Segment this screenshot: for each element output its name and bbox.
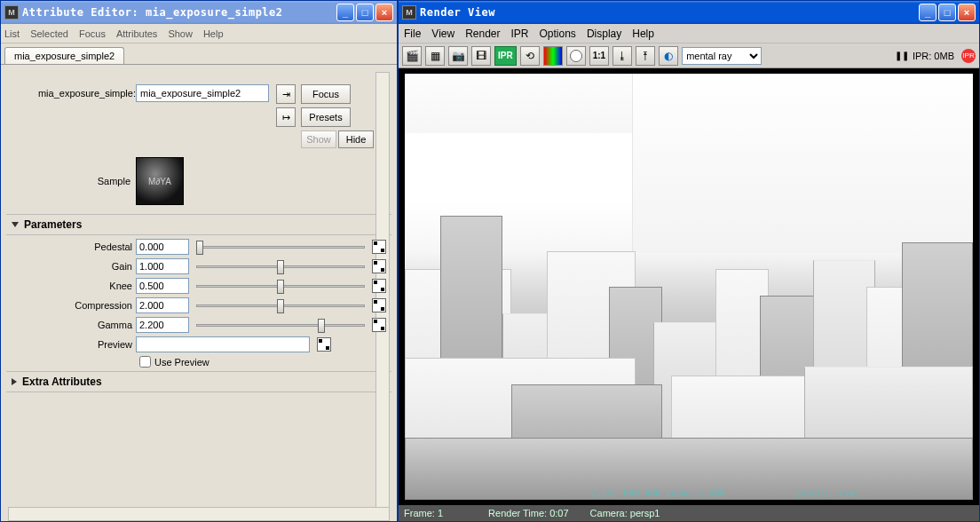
section-extra-header[interactable]: Extra Attributes: [6, 371, 391, 392]
menu-render[interactable]: Render: [465, 28, 500, 40]
status-frame: Frame: 1: [404, 508, 443, 518]
section-extra-title: Extra Attributes: [22, 376, 102, 388]
attribute-editor-menubar: List Selected Focus Attributes Show Help: [1, 24, 397, 44]
preview-map-button[interactable]: [317, 337, 331, 352]
display-alpha-icon[interactable]: [566, 46, 586, 66]
menu-options[interactable]: Options: [540, 28, 576, 40]
input-connection-icon[interactable]: ⇥: [276, 84, 296, 104]
gain-slider[interactable]: [196, 258, 365, 274]
show-button: Show: [301, 130, 336, 148]
pedestal-label: Pedestal: [12, 241, 136, 252]
attribute-form-area: mia_exposure_simple: ⇥ ↦ Focus Presets S…: [1, 65, 397, 521]
scrollbar-horizontal[interactable]: [8, 507, 390, 521]
close-button[interactable]: ×: [958, 4, 976, 21]
compression-label: Compression: [12, 300, 136, 311]
output-connection-icon[interactable]: ↦: [276, 107, 296, 127]
app-icon: M: [4, 5, 19, 20]
ipr-badge-icon: IPR: [961, 49, 976, 63]
keep-image-icon[interactable]: ⭳: [612, 46, 632, 66]
section-parameters-header[interactable]: Parameters: [6, 214, 391, 235]
node-tab[interactable]: mia_exposure_simple2: [4, 47, 124, 64]
collapse-icon: [12, 378, 17, 385]
status-camera: Camera: persp1: [590, 508, 660, 518]
compression-map-button[interactable]: [372, 298, 386, 312]
sample-label: Sample: [6, 176, 130, 186]
overlay-engine: (mental ray): [795, 488, 859, 498]
attribute-editor-titlebar[interactable]: M Attribute Editor: mia_exposure_simple2…: [1, 1, 397, 24]
preview-label: Preview: [12, 339, 136, 350]
scrollbar-vertical[interactable]: [375, 72, 390, 514]
gain-map-button[interactable]: [372, 259, 386, 273]
options-icon[interactable]: ◐: [659, 46, 678, 66]
snapshot-icon[interactable]: 📷: [448, 46, 468, 66]
menu-file[interactable]: File: [404, 28, 421, 40]
knee-label: Knee: [12, 281, 136, 291]
menu-show[interactable]: Show: [168, 28, 193, 39]
preview-input[interactable]: [136, 336, 310, 352]
pedestal-input[interactable]: [136, 239, 189, 255]
status-render-time: Render Time: 0:07: [488, 508, 569, 518]
gain-label: Gain: [12, 261, 136, 272]
node-type-label: mia_exposure_simple:: [12, 84, 136, 99]
ipr-render-icon[interactable]: 🎞: [471, 46, 491, 66]
ipr-label-icon[interactable]: IPR: [494, 46, 517, 66]
close-button[interactable]: ×: [375, 4, 393, 21]
gamma-input[interactable]: [136, 317, 189, 333]
knee-input[interactable]: [136, 278, 189, 294]
collapse-icon: [12, 222, 19, 227]
menu-attributes[interactable]: Attributes: [116, 28, 157, 39]
knee-slider[interactable]: [196, 278, 365, 294]
render-viewport[interactable]: size: 640 480 zoom: 1.000 (mental ray): [399, 68, 979, 505]
render-globals-icon[interactable]: [543, 46, 563, 66]
window-title: Attribute Editor: mia_exposure_simple2: [22, 6, 336, 19]
menu-help[interactable]: Help: [632, 28, 654, 40]
node-tab-row: mia_exposure_simple2: [1, 44, 397, 65]
minimize-button[interactable]: _: [336, 4, 354, 21]
real-size-button[interactable]: 1:1: [589, 46, 609, 66]
ipr-pause-icon[interactable]: ❚❚: [895, 51, 909, 60]
menu-selected[interactable]: Selected: [30, 28, 68, 39]
menu-view[interactable]: View: [431, 28, 454, 40]
sample-swatch[interactable]: M∂YA: [136, 157, 184, 205]
use-preview-checkbox[interactable]: [139, 356, 151, 368]
pedestal-slider[interactable]: [196, 239, 365, 255]
rendered-image: size: 640 480 zoom: 1.000 (mental ray): [405, 74, 973, 500]
menu-focus[interactable]: Focus: [79, 28, 106, 39]
menu-list[interactable]: List: [4, 28, 20, 39]
maximize-button[interactable]: □: [356, 4, 374, 21]
hide-button[interactable]: Hide: [338, 130, 374, 148]
menu-display[interactable]: Display: [587, 28, 621, 40]
presets-button[interactable]: Presets: [301, 107, 351, 127]
window-title: Render View: [420, 6, 919, 19]
gamma-slider[interactable]: [196, 317, 365, 333]
compression-slider[interactable]: [196, 297, 365, 313]
refresh-icon[interactable]: ⟲: [520, 46, 540, 66]
overlay-size: size: 640 480 zoom: 1.000: [591, 488, 725, 498]
remove-image-icon[interactable]: ⭱: [636, 46, 655, 66]
menu-ipr[interactable]: IPR: [511, 28, 529, 40]
render-view-menubar: File View Render IPR Options Display Hel…: [399, 24, 979, 44]
sample-logo-text: M∂YA: [148, 177, 171, 186]
menu-help[interactable]: Help: [203, 28, 224, 39]
render-current-frame-icon[interactable]: 🎬: [402, 46, 422, 66]
section-parameters-title: Parameters: [24, 218, 82, 231]
render-view-titlebar[interactable]: M Render View _ □ ×: [399, 1, 979, 24]
render-region-icon[interactable]: ▦: [425, 46, 445, 66]
render-status-bar: Frame: 1 . Render Time: 0:07 Camera: per…: [399, 505, 979, 521]
node-name-input[interactable]: [136, 84, 269, 102]
attribute-editor-window: M Attribute Editor: mia_exposure_simple2…: [0, 0, 398, 522]
renderer-select[interactable]: mental ray: [682, 47, 762, 65]
app-icon: M: [402, 5, 416, 20]
compression-input[interactable]: [136, 297, 189, 313]
use-preview-label: Use Preview: [154, 357, 209, 368]
ipr-memory-label: IPR: 0MB: [913, 51, 954, 61]
gain-input[interactable]: [136, 258, 189, 274]
pedestal-map-button[interactable]: [372, 240, 386, 254]
gamma-map-button[interactable]: [372, 318, 386, 332]
maximize-button[interactable]: □: [938, 4, 956, 21]
focus-button[interactable]: Focus: [301, 84, 351, 104]
render-toolbar: 🎬 ▦ 📷 🎞 IPR ⟲ 1:1 ⭳ ⭱ ◐ mental ray ❚❚ IP…: [399, 44, 979, 68]
minimize-button[interactable]: _: [919, 4, 937, 21]
knee-map-button[interactable]: [372, 279, 386, 293]
gamma-label: Gamma: [12, 320, 136, 330]
